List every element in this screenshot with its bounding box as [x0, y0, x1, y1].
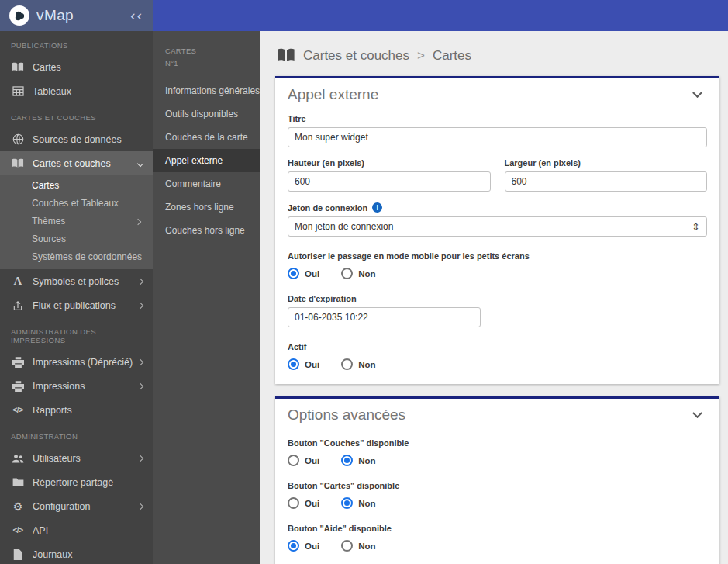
- sidebar-item-label: Cartes: [33, 62, 143, 73]
- actif-label: Actif: [288, 342, 707, 351]
- date-expiration-input[interactable]: [288, 307, 481, 327]
- subnav-item-informations-generales[interactable]: Informations générales: [153, 79, 260, 102]
- sidebar-subitem-themes[interactable]: Thèmes: [0, 213, 153, 230]
- radio-oui[interactable]: Oui: [288, 455, 319, 466]
- sidebar-item-label: Impressions (Déprécié): [33, 357, 138, 368]
- jeton-label: Jeton de connexion i: [288, 202, 707, 213]
- sidebar-subitem-sources[interactable]: Sources: [0, 230, 153, 248]
- mode-mobile-label: Autoriser le passage en mode mobile pour…: [288, 251, 707, 261]
- sidebar-subitem-cartes[interactable]: Cartes: [0, 177, 153, 195]
- radio-oui[interactable]: Oui: [288, 540, 319, 552]
- sidebar-item-journaux[interactable]: Journaux: [0, 542, 153, 564]
- breadcrumb-separator: >: [417, 48, 425, 64]
- sidebar-item-repertoire-partage[interactable]: Répertoire partagé: [0, 470, 153, 494]
- jeton-select[interactable]: Mon jeton de connexion: [288, 216, 707, 237]
- subnav-panel: CARTES N°1 Informations générales Outils…: [153, 31, 260, 564]
- largeur-input[interactable]: [505, 171, 708, 192]
- field-hauteur: Hauteur (en pixels): [288, 158, 491, 192]
- subnav-item-commentaire[interactable]: Commentaire: [153, 172, 260, 195]
- subnav-context-title: CARTES: [165, 45, 247, 57]
- radio-non[interactable]: Non: [341, 358, 375, 370]
- sidebar-item-sources-de-donnees[interactable]: Sources de données: [0, 127, 153, 151]
- subnav-item-outils-disponibles[interactable]: Outils disponibles: [153, 102, 260, 126]
- top-bar: vMap ‹‹: [0, 0, 728, 31]
- subnav-item-couches-de-la-carte[interactable]: Couches de la carte: [153, 126, 260, 149]
- radio-unselected-icon: [341, 540, 353, 552]
- bouton-couches-radio-group: Oui Non: [288, 455, 707, 466]
- sidebar-item-api[interactable]: </> API: [0, 518, 153, 542]
- file-icon: [11, 548, 25, 561]
- card-header: Options avancées: [288, 407, 707, 424]
- sidebar-collapse-icon[interactable]: ‹‹: [130, 7, 143, 24]
- field-actif: Actif Oui Non: [288, 342, 707, 370]
- card-header: Appel externe: [288, 86, 707, 103]
- font-icon: A: [11, 275, 25, 288]
- chevron-right-icon: [137, 455, 143, 461]
- radio-non[interactable]: Non: [341, 540, 375, 552]
- sidebar-item-label: Tableaux: [33, 86, 143, 97]
- card-title: Appel externe: [288, 86, 378, 103]
- radio-selected-icon: [288, 268, 299, 279]
- sidebar-subitem-couches-et-tableaux[interactable]: Couches et Tableaux: [0, 195, 153, 213]
- folder-icon: [11, 476, 25, 489]
- sidebar-submenu: Cartes Couches et Tableaux Thèmes Source…: [0, 175, 153, 269]
- sidebar-item-label: Répertoire partagé: [33, 477, 143, 488]
- breadcrumb: Cartes et couches > Cartes: [277, 48, 719, 64]
- sidebar-item-symboles-et-polices[interactable]: A Symboles et polices: [0, 269, 153, 293]
- actif-radio-group: Oui Non: [288, 358, 707, 370]
- hauteur-input[interactable]: [288, 171, 491, 192]
- subnav-item-zones-hors-ligne[interactable]: Zones hors ligne: [153, 195, 260, 219]
- sidebar-subitem-systemes-de-coordonnees[interactable]: Systèmes de coordonnées: [0, 248, 153, 266]
- info-icon[interactable]: i: [372, 202, 382, 213]
- field-bouton-couches: Bouton "Couches" disponible Oui Non: [288, 438, 707, 466]
- radio-oui[interactable]: Oui: [288, 268, 319, 279]
- radio-oui[interactable]: Oui: [288, 497, 319, 509]
- radio-non[interactable]: Non: [341, 268, 375, 279]
- sidebar-item-label: Rapports: [33, 405, 143, 416]
- sidebar: PUBLICATIONS Cartes Tableaux CARTES ET C…: [0, 31, 153, 564]
- card-options-avancees: Options avancées Bouton "Couches" dispon…: [275, 396, 719, 564]
- printer-icon: [11, 356, 25, 369]
- titre-input[interactable]: [288, 127, 707, 147]
- collapse-chevron-icon[interactable]: [692, 408, 702, 418]
- sidebar-item-label: Symboles et polices: [33, 276, 138, 287]
- printer-icon: [11, 380, 25, 393]
- chevron-right-icon: [137, 278, 143, 284]
- field-date-expiration: Date d'expiration: [288, 294, 707, 327]
- radio-unselected-icon: [341, 268, 353, 279]
- sidebar-item-tableaux[interactable]: Tableaux: [0, 79, 153, 103]
- sidebar-item-cartes[interactable]: Cartes: [0, 55, 153, 79]
- globe-icon: [11, 133, 25, 146]
- code-icon: </>: [11, 524, 25, 537]
- section-publications: PUBLICATIONS: [0, 31, 153, 55]
- section-cartes-et-couches: CARTES ET COUCHES: [0, 103, 153, 127]
- radio-unselected-icon: [288, 497, 299, 509]
- sidebar-item-flux-et-publications[interactable]: Flux et publications: [0, 293, 153, 317]
- chevron-right-icon: [137, 358, 143, 365]
- subnav-item-appel-externe[interactable]: Appel externe: [153, 149, 260, 172]
- titre-label: Titre: [288, 114, 707, 123]
- breadcrumb-parent[interactable]: Cartes et couches: [303, 48, 409, 64]
- main-content: Cartes et couches > Cartes Appel externe…: [260, 31, 728, 564]
- radio-non[interactable]: Non: [341, 497, 375, 509]
- bouton-cartes-radio-group: Oui Non: [288, 497, 707, 509]
- sidebar-item-configuration[interactable]: ⚙ Configuration: [0, 494, 153, 518]
- breadcrumb-current: Cartes: [433, 48, 471, 64]
- sidebar-item-impressions[interactable]: Impressions: [0, 374, 153, 398]
- subnav-item-couches-hors-ligne[interactable]: Couches hors ligne: [153, 219, 260, 242]
- sidebar-item-impressions-deprecie[interactable]: Impressions (Déprécié): [0, 350, 153, 374]
- chevron-down-icon: [137, 160, 143, 166]
- radio-selected-icon: [341, 455, 353, 466]
- radio-selected-icon: [288, 358, 299, 370]
- radio-non[interactable]: Non: [341, 455, 375, 466]
- export-icon: [11, 299, 25, 312]
- jeton-select-wrapper: Mon jeton de connexion ⇕: [288, 216, 707, 237]
- header-bar: [153, 0, 728, 31]
- sidebar-item-utilisateurs[interactable]: Utilisateurs: [0, 446, 153, 470]
- radio-oui[interactable]: Oui: [288, 358, 319, 370]
- sidebar-item-cartes-et-couches[interactable]: Cartes et couches: [0, 151, 153, 175]
- sidebar-item-label: Sources de données: [33, 134, 143, 145]
- sidebar-item-rapports[interactable]: </> Rapports: [0, 398, 153, 422]
- sidebar-item-label: Cartes et couches: [33, 158, 138, 169]
- collapse-chevron-icon[interactable]: [692, 88, 702, 98]
